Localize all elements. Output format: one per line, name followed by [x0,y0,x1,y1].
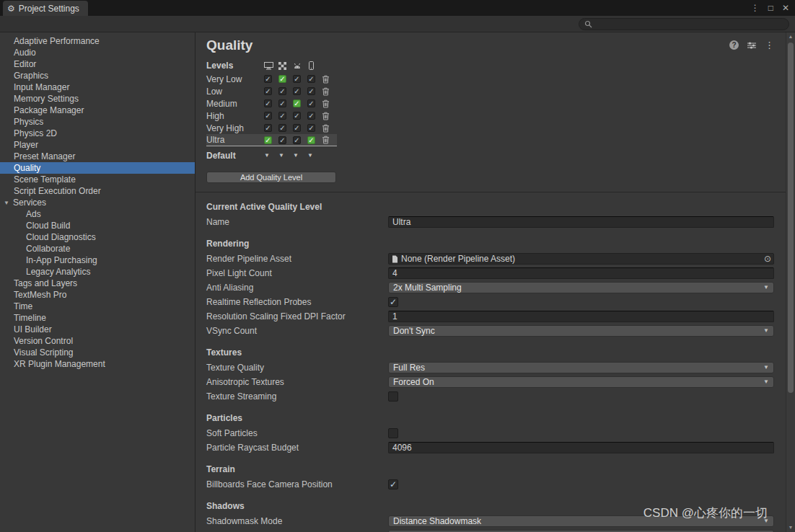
texture-streaming-checkbox[interactable] [388,391,398,402]
sidebar-item-scene-template[interactable]: Scene Template [0,174,195,185]
window-menu-icon[interactable]: ⋮ [751,3,760,13]
sidebar-item-xr-plugin-management[interactable]: XR Plugin Management [0,358,195,370]
level-ultra-android-checkbox[interactable]: ✓ [293,136,301,144]
level-high-ios-checkbox[interactable]: ✓ [307,112,315,120]
default-webgl-dropdown[interactable]: ▼ [278,152,284,159]
sidebar-item-package-manager[interactable]: Package Manager [0,105,195,116]
sidebar-item-input-manager[interactable]: Input Manager [0,81,195,93]
delete-level-icon[interactable] [322,99,330,108]
quality-level-row-high[interactable]: High✓✓✓✓ [206,110,337,122]
level-medium-webgl-checkbox[interactable]: ✓ [278,99,286,107]
anisotropic-textures-dropdown[interactable]: Forced On▼ [388,376,774,388]
level-high-desktop-checkbox[interactable]: ✓ [264,112,272,120]
default-desktop-dropdown[interactable]: ▼ [264,152,270,159]
level-ultra-ios-checkbox[interactable]: ✓ [307,136,315,144]
realtime-reflection-probes-checkbox[interactable]: ✓ [388,297,398,307]
sidebar-item-physics-2d[interactable]: Physics 2D [0,128,195,139]
foldout-icon[interactable]: ▼ [4,198,13,209]
scrollbar[interactable]: ▲ ▼ [786,32,795,532]
quality-level-row-low[interactable]: Low✓✓✓✓ [206,85,337,97]
sidebar-item-collaborate[interactable]: Collaborate [0,243,195,254]
presets-icon[interactable] [747,41,757,50]
level-very-low-webgl-checkbox[interactable]: ✓ [278,75,286,83]
close-icon[interactable]: ✕ [782,3,789,13]
sidebar-item-tags-and-layers[interactable]: Tags and Layers [0,278,195,289]
sidebar-item-ui-builder[interactable]: UI Builder [0,324,195,335]
quality-level-row-ultra[interactable]: Ultra✓✓✓✓ [206,134,337,146]
soft-particles-checkbox[interactable] [388,428,398,438]
level-ultra-webgl-checkbox[interactable]: ✓ [278,136,286,144]
quality-level-row-very-high[interactable]: Very High✓✓✓✓ [206,122,337,134]
object-picker-icon[interactable]: ⊙ [764,254,771,264]
sidebar-item-editor[interactable]: Editor [0,58,195,70]
sidebar-item-physics[interactable]: Physics [0,116,195,128]
add-quality-level-button[interactable]: Add Quality Level [206,172,336,183]
anti-aliasing-dropdown[interactable]: 2x Multi Sampling▼ [388,282,774,293]
sidebar-item-cloud-build[interactable]: Cloud Build [0,220,195,231]
vsync-count-dropdown[interactable]: Don't Sync▼ [388,325,774,337]
sidebar-item-player[interactable]: Player [0,139,195,151]
delete-level-icon[interactable] [322,75,330,84]
sidebar-item-adaptive-performance[interactable]: Adaptive Performance [0,35,195,47]
billboards-face-camera-position-checkbox[interactable]: ✓ [388,479,398,489]
search-input[interactable] [596,19,783,28]
level-very-low-desktop-checkbox[interactable]: ✓ [264,75,272,83]
sidebar-item-legacy-analytics[interactable]: Legacy Analytics [0,266,195,278]
level-very-low-android-checkbox[interactable]: ✓ [293,75,301,83]
sidebar-item-timeline[interactable]: Timeline [0,312,195,324]
level-high-android-checkbox[interactable]: ✓ [293,112,301,120]
pixel-light-count-field[interactable]: 4 [388,267,774,279]
level-low-desktop-checkbox[interactable]: ✓ [264,87,272,95]
quality-level-row-very-low[interactable]: Very Low✓✓✓✓ [206,73,337,85]
level-very-high-desktop-checkbox[interactable]: ✓ [264,124,272,132]
sidebar-item-script-execution-order[interactable]: Script Execution Order [0,185,195,197]
delete-level-icon[interactable] [322,87,330,96]
default-android-dropdown[interactable]: ▼ [293,152,299,159]
shadowmask-mode-dropdown[interactable]: Distance Shadowmask▼ [388,515,774,527]
sidebar-item-audio[interactable]: Audio [0,47,195,58]
level-very-high-ios-checkbox[interactable]: ✓ [307,124,315,132]
resolution-scaling-fixed-dpi-factor-field[interactable]: 1 [388,311,774,322]
sidebar-item-version-control[interactable]: Version Control [0,335,195,347]
texture-quality-dropdown[interactable]: Full Res▼ [388,362,774,373]
sidebar-item-preset-manager[interactable]: Preset Manager [0,151,195,162]
sidebar-item-graphics[interactable]: Graphics [0,70,195,81]
quality-level-row-medium[interactable]: Medium✓✓✓✓ [206,97,337,110]
maximize-icon[interactable]: □ [768,3,773,13]
level-low-ios-checkbox[interactable]: ✓ [307,87,315,95]
sidebar-item-quality[interactable]: Quality [0,162,195,174]
level-very-high-android-checkbox[interactable]: ✓ [293,124,301,132]
chevron-down-icon: ▼ [763,283,769,293]
level-medium-desktop-checkbox[interactable]: ✓ [264,99,272,107]
sidebar-item-memory-settings[interactable]: Memory Settings [0,93,195,105]
default-ios-dropdown[interactable]: ▼ [307,152,313,159]
particle-raycast-budget-field[interactable]: 4096 [388,442,774,453]
level-ultra-desktop-checkbox[interactable]: ✓ [264,136,272,144]
delete-level-icon[interactable] [322,124,330,133]
scroll-down-icon[interactable]: ▼ [786,523,795,532]
level-medium-ios-checkbox[interactable]: ✓ [307,99,315,107]
scroll-up-icon[interactable]: ▲ [786,32,795,41]
sidebar-item-ads[interactable]: Ads [0,208,195,220]
level-low-android-checkbox[interactable]: ✓ [293,87,301,95]
name-field[interactable]: Ultra [388,216,774,228]
scrollbar-thumb[interactable] [788,43,794,393]
level-very-low-ios-checkbox[interactable]: ✓ [307,75,315,83]
level-very-high-webgl-checkbox[interactable]: ✓ [278,124,286,132]
render-pipeline-asset-object-field[interactable]: None (Render Pipeline Asset)⊙ [388,253,774,265]
sidebar-item-time[interactable]: Time [0,301,195,312]
level-low-webgl-checkbox[interactable]: ✓ [278,87,286,95]
sidebar-item-visual-scripting[interactable]: Visual Scripting [0,347,195,358]
delete-level-icon[interactable] [322,136,330,144]
sidebar-item-services[interactable]: ▼Services [0,197,195,208]
sidebar-item-cloud-diagnostics[interactable]: Cloud Diagnostics [0,231,195,243]
delete-level-icon[interactable] [322,112,330,120]
level-medium-android-checkbox[interactable]: ✓ [293,99,301,107]
window-tab[interactable]: ⚙ Project Settings [3,1,88,16]
sidebar-item-in-app-purchasing[interactable]: In-App Purchasing [0,254,195,266]
sidebar-item-textmesh-pro[interactable]: TextMesh Pro [0,289,195,301]
search-box[interactable] [579,18,789,30]
more-menu-icon[interactable]: ⋮ [765,40,774,50]
level-high-webgl-checkbox[interactable]: ✓ [278,112,286,120]
help-icon[interactable]: ? [729,40,739,50]
